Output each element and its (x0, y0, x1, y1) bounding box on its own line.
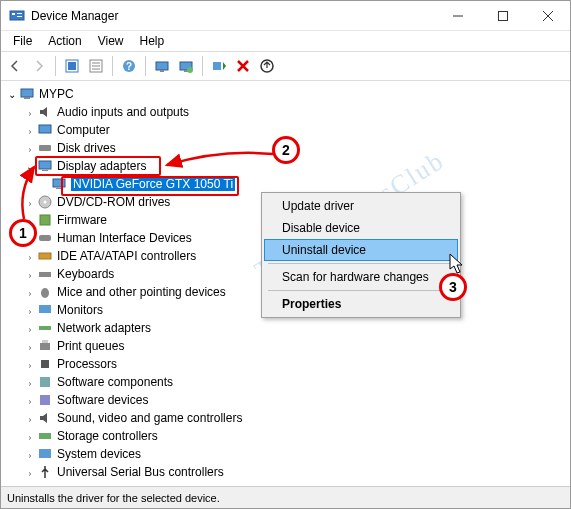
view-devices-button[interactable] (150, 54, 174, 78)
chevron-right-icon[interactable]: › (23, 269, 37, 280)
chevron-right-icon[interactable]: › (23, 125, 37, 136)
display-icon (51, 176, 67, 192)
properties-button[interactable] (84, 54, 108, 78)
menu-scan-hardware[interactable]: Scan for hardware changes (264, 266, 458, 288)
menu-action[interactable]: Action (40, 32, 89, 50)
chevron-right-icon[interactable]: › (23, 305, 37, 316)
chevron-right-icon[interactable]: › (23, 359, 37, 370)
keyboard-icon (37, 266, 53, 282)
svg-rect-48 (39, 449, 51, 458)
audio-icon (37, 104, 53, 120)
tree-item-nvidia[interactable]: NVIDIA GeForce GTX 1050 Ti (5, 175, 568, 193)
tree-item-system[interactable]: › System devices (5, 445, 568, 463)
menu-view[interactable]: View (90, 32, 132, 50)
tree-item-label: Print queues (57, 339, 124, 353)
tree-item-display-adapters[interactable]: ⌄ Display adapters (5, 157, 568, 175)
svg-rect-9 (68, 62, 76, 70)
menu-uninstall-device[interactable]: Uninstall device (264, 239, 458, 261)
root-label: MYPC (39, 87, 74, 101)
chevron-down-icon[interactable]: ⌄ (5, 89, 19, 100)
chevron-right-icon[interactable]: › (23, 143, 37, 154)
svg-rect-38 (39, 272, 51, 277)
chevron-right-icon[interactable]: › (23, 197, 37, 208)
update-driver-toolbar-button[interactable] (255, 54, 279, 78)
statusbar: Uninstalls the driver for the selected d… (1, 486, 570, 508)
system-icon (37, 446, 53, 462)
maximize-button[interactable] (480, 1, 525, 30)
svg-rect-35 (40, 215, 50, 225)
hid-icon (37, 230, 53, 246)
chevron-right-icon[interactable]: › (23, 341, 37, 352)
svg-rect-43 (42, 340, 48, 343)
tree-root[interactable]: ⌄ MYPC (5, 85, 568, 103)
menu-disable-device[interactable]: Disable device (264, 217, 458, 239)
svg-point-34 (44, 201, 47, 204)
tree-item-sw-devices[interactable]: › Software devices (5, 391, 568, 409)
svg-point-39 (41, 288, 49, 298)
chevron-down-icon[interactable]: ⌄ (23, 161, 37, 172)
svg-rect-31 (53, 179, 65, 187)
network-icon (37, 320, 53, 336)
forward-button[interactable] (27, 54, 51, 78)
back-button[interactable] (3, 54, 27, 78)
chevron-right-icon[interactable]: › (23, 323, 37, 334)
chevron-right-icon[interactable]: › (23, 467, 37, 478)
tree-item-label: DVD/CD-ROM drives (57, 195, 170, 209)
tree-item-audio[interactable]: › Audio inputs and outputs (5, 103, 568, 121)
titlebar: Device Manager (1, 1, 570, 31)
minimize-button[interactable] (435, 1, 480, 30)
chevron-right-icon[interactable]: › (23, 215, 37, 226)
svg-rect-25 (21, 89, 33, 97)
menu-update-driver[interactable]: Update driver (264, 195, 458, 217)
chevron-right-icon[interactable]: › (23, 377, 37, 388)
menu-help[interactable]: Help (132, 32, 173, 50)
monitor-icon (37, 302, 53, 318)
tree-item-storage[interactable]: › Storage controllers (5, 427, 568, 445)
tree-item-sw-components[interactable]: › Software components (5, 373, 568, 391)
show-hidden-button[interactable] (60, 54, 84, 78)
menu-properties[interactable]: Properties (264, 293, 458, 315)
chevron-right-icon[interactable]: › (23, 431, 37, 442)
tree-item-label: Computer (57, 123, 110, 137)
chevron-right-icon[interactable]: › (23, 413, 37, 424)
scan-hardware-button[interactable] (207, 54, 231, 78)
svg-rect-36 (39, 235, 51, 241)
tree-item-label: Monitors (57, 303, 103, 317)
selected-device-label: NVIDIA GeForce GTX 1050 Ti (71, 177, 235, 191)
chevron-right-icon[interactable]: › (23, 395, 37, 406)
close-button[interactable] (525, 1, 570, 30)
tree-item-label: Processors (57, 357, 117, 371)
storage-icon (37, 428, 53, 444)
svg-rect-41 (39, 326, 51, 330)
chevron-right-icon[interactable]: › (23, 287, 37, 298)
tree-item-computer[interactable]: › Computer (5, 121, 568, 139)
svg-rect-28 (39, 145, 51, 151)
chevron-right-icon[interactable]: › (23, 107, 37, 118)
tree-item-sound[interactable]: › Sound, video and game controllers (5, 409, 568, 427)
tree-item-network[interactable]: › Network adapters (5, 319, 568, 337)
svg-rect-26 (24, 97, 30, 99)
help-button[interactable]: ? (117, 54, 141, 78)
toolbar-separator (55, 56, 56, 76)
uninstall-toolbar-button[interactable] (231, 54, 255, 78)
svg-rect-30 (42, 170, 48, 171)
svg-rect-32 (56, 188, 62, 189)
tree-item-print[interactable]: › Print queues (5, 337, 568, 355)
menu-file[interactable]: File (5, 32, 40, 50)
chevron-right-icon[interactable]: › (23, 233, 37, 244)
tree-item-label: Software devices (57, 393, 148, 407)
tree-item-processors[interactable]: › Processors (5, 355, 568, 373)
chevron-right-icon[interactable]: › (23, 251, 37, 262)
tree-item-label: Mice and other pointing devices (57, 285, 226, 299)
tree-item-disk[interactable]: › Disk drives (5, 139, 568, 157)
tree-item-label: Sound, video and game controllers (57, 411, 242, 425)
chevron-right-icon[interactable]: › (23, 449, 37, 460)
tree-item-label: Universal Serial Bus controllers (57, 465, 224, 479)
tree-item-usb[interactable]: › Universal Serial Bus controllers (5, 463, 568, 481)
dvd-icon (37, 194, 53, 210)
view-resources-button[interactable] (174, 54, 198, 78)
svg-rect-3 (17, 16, 22, 17)
display-icon (37, 158, 53, 174)
svg-rect-29 (39, 161, 51, 169)
toolbar-separator (202, 56, 203, 76)
